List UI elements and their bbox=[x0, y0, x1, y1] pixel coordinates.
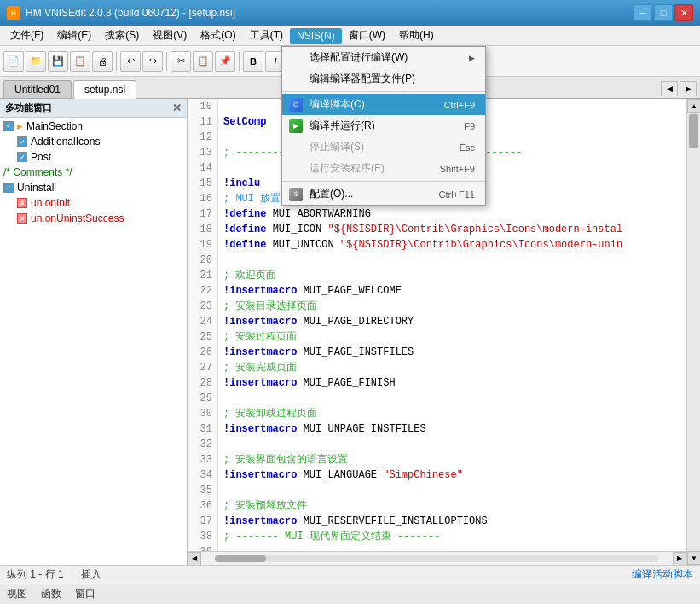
redo-button[interactable]: ↪ bbox=[142, 51, 163, 72]
close-button[interactable]: ✕ bbox=[674, 4, 693, 21]
code-line-24: !insertmacro MUI_PAGE_DIRECTORY bbox=[223, 314, 681, 329]
checkbox-post bbox=[17, 152, 27, 162]
code-line-27: ; 安装完成页面 bbox=[223, 360, 681, 375]
code-line-33: ; 安装界面包含的语言设置 bbox=[223, 452, 681, 468]
sidebar-item-uninstall[interactable]: Uninstall bbox=[0, 180, 187, 195]
menu-edit[interactable]: 编辑(E) bbox=[50, 26, 98, 44]
menu-tools[interactable]: 工具(T) bbox=[243, 26, 290, 44]
save-all-button[interactable]: 📋 bbox=[70, 51, 90, 72]
menu-bar: 文件(F) 编辑(E) 搜索(S) 视图(V) 格式(O) 工具(T) NSIS… bbox=[0, 26, 700, 46]
ln-28: 28 bbox=[193, 375, 212, 391]
menu-view[interactable]: 视图(V) bbox=[146, 26, 194, 44]
hscroll-right-arrow[interactable]: ▶ bbox=[673, 552, 686, 566]
menu-nsis[interactable]: NSIS(N) bbox=[290, 28, 342, 44]
tab-nav-left[interactable]: ◀ bbox=[661, 81, 678, 96]
bottom-view[interactable]: 视图 bbox=[7, 587, 27, 601]
label-comments: /* Comments */ bbox=[3, 166, 72, 178]
app-icon: H bbox=[7, 6, 20, 20]
folder-icon-main: ▸ bbox=[17, 119, 23, 132]
label-uninstsuccess: un.onUninstSuccess bbox=[31, 212, 124, 224]
menu-help[interactable]: 帮助(H) bbox=[392, 26, 441, 44]
ln-37: 37 bbox=[193, 514, 212, 529]
tab-untitled[interactable]: Untitled01 bbox=[3, 80, 72, 98]
ctx-settings[interactable]: ⚙ 配置(O)... Ctrl+F11 bbox=[282, 183, 485, 205]
ctx-select-compile[interactable]: 选择配置进行编译(W) ▶ bbox=[282, 47, 485, 68]
undo-button[interactable]: ↩ bbox=[120, 51, 141, 72]
cut-button[interactable]: ✂ bbox=[171, 51, 191, 72]
nsis-context-menu: 选择配置进行编译(W) ▶ 编辑编译器配置文件(P) C 编译脚本(C) Ctr… bbox=[281, 46, 486, 206]
ctx-compile-icon: C bbox=[287, 96, 304, 113]
ctx-stop-compile[interactable]: 停止编译(S) Esc bbox=[282, 136, 485, 158]
ln-33: 33 bbox=[193, 452, 212, 468]
minimize-button[interactable]: ─ bbox=[633, 4, 652, 21]
hscroll-thumb[interactable] bbox=[215, 555, 266, 562]
sidebar-item-main[interactable]: ▸ MainSection bbox=[0, 118, 187, 134]
sidebar-item-icons[interactable]: AdditionalIcons bbox=[0, 134, 187, 149]
ln-11: 11 bbox=[193, 114, 212, 130]
menu-file[interactable]: 文件(F) bbox=[3, 26, 50, 44]
ln-21: 21 bbox=[193, 268, 212, 283]
editor-hscrollbar[interactable]: ◀ ▶ bbox=[188, 551, 686, 565]
vscroll-down-arrow[interactable]: ▼ bbox=[687, 551, 700, 565]
label-main: MainSection bbox=[26, 120, 83, 132]
vscroll-thumb[interactable] bbox=[689, 114, 698, 148]
ctx-run-installer[interactable]: 运行安装程序(E) Shift+F9 bbox=[282, 158, 485, 179]
ctx-compile-run[interactable]: ▶ 编译并运行(R) F9 bbox=[282, 115, 485, 136]
sidebar-item-comments[interactable]: /* Comments */ bbox=[0, 165, 187, 180]
ctx-edit-compiler[interactable]: 编辑编译器配置文件(P) bbox=[282, 68, 485, 90]
ctx-compile-run-icon: ▶ bbox=[287, 118, 304, 135]
code-line-20 bbox=[223, 253, 681, 268]
menu-window[interactable]: 窗口(W) bbox=[342, 26, 392, 44]
ctx-compile-label: 编译脚本(C) bbox=[310, 97, 365, 112]
print-button[interactable]: 🖨 bbox=[92, 51, 113, 72]
sidebar-item-uninstsuccess[interactable]: un.onUninstSuccess bbox=[0, 211, 187, 226]
code-line-30: ; 安装卸载过程页面 bbox=[223, 406, 681, 421]
restore-button[interactable]: □ bbox=[654, 4, 673, 21]
code-line-19: !define MUI_UNICON "${NSISDIR}\Contrib\G… bbox=[223, 237, 681, 253]
ctx-compile[interactable]: C 编译脚本(C) Ctrl+F9 bbox=[282, 94, 485, 115]
ctx-stop-compile-label: 停止编译(S) bbox=[310, 140, 364, 154]
ctx-compile-shortcut: Ctrl+F9 bbox=[444, 100, 475, 110]
paste-button[interactable]: 📌 bbox=[215, 51, 235, 72]
status-row-col: 纵列 1 - 行 1 bbox=[7, 567, 64, 582]
sidebar-item-oninit[interactable]: un.onInit bbox=[0, 195, 187, 211]
save-button[interactable]: 💾 bbox=[48, 51, 68, 72]
code-line-23: ; 安装目录选择页面 bbox=[223, 299, 681, 314]
sidebar-close-button[interactable]: ✕ bbox=[172, 102, 182, 114]
toolbar-sep-1 bbox=[116, 52, 117, 71]
ln-20: 20 bbox=[193, 253, 212, 268]
hscroll-left-arrow[interactable]: ◀ bbox=[188, 552, 201, 566]
hscroll-track[interactable] bbox=[215, 555, 659, 562]
menu-format[interactable]: 格式(O) bbox=[194, 26, 242, 44]
status-compile-status: 编译活动脚本 bbox=[632, 567, 693, 582]
code-line-22: !insertmacro MUI_PAGE_WELCOME bbox=[223, 283, 681, 299]
ctx-run-installer-label: 运行安装程序(E) bbox=[310, 161, 385, 176]
code-line-25: ; 安装过程页面 bbox=[223, 329, 681, 345]
sidebar-item-post[interactable]: Post bbox=[0, 149, 187, 165]
ctx-select-compile-label: 选择配置进行编译(W) bbox=[310, 50, 408, 65]
checkbox-main bbox=[3, 121, 14, 131]
ln-32: 32 bbox=[193, 437, 212, 452]
ln-25: 25 bbox=[193, 329, 212, 345]
vscroll-up-arrow[interactable]: ▲ bbox=[687, 99, 700, 113]
ctx-select-compile-icon bbox=[287, 49, 304, 67]
label-icons: AdditionalIcons bbox=[31, 136, 100, 148]
bold-button[interactable]: B bbox=[243, 51, 263, 72]
tab-nav-right[interactable]: ▶ bbox=[680, 81, 697, 96]
open-button[interactable]: 📁 bbox=[26, 51, 46, 72]
copy-button[interactable]: 📋 bbox=[193, 51, 213, 72]
code-line-34: !insertmacro MUI_LANGUAGE "SimpChinese" bbox=[223, 468, 681, 483]
menu-search[interactable]: 搜索(S) bbox=[98, 26, 146, 44]
vscroll-track[interactable] bbox=[687, 113, 700, 551]
new-button[interactable]: 📄 bbox=[3, 51, 24, 72]
tab-setup[interactable]: setup.nsi bbox=[73, 80, 136, 99]
ln-34: 34 bbox=[193, 468, 212, 483]
editor-vscrollbar[interactable]: ▲ ▼ bbox=[686, 99, 700, 565]
ctx-stop-shortcut: Esc bbox=[460, 142, 475, 153]
bottom-window[interactable]: 窗口 bbox=[75, 587, 95, 601]
title-bar: H HM VNISEdit 2.0.3 (build 060712) - [se… bbox=[0, 0, 700, 26]
status-mode: 插入 bbox=[81, 567, 101, 582]
ln-10: 10 bbox=[193, 99, 212, 114]
bottom-func[interactable]: 函数 bbox=[41, 587, 61, 601]
ln-16: 16 bbox=[193, 191, 212, 206]
